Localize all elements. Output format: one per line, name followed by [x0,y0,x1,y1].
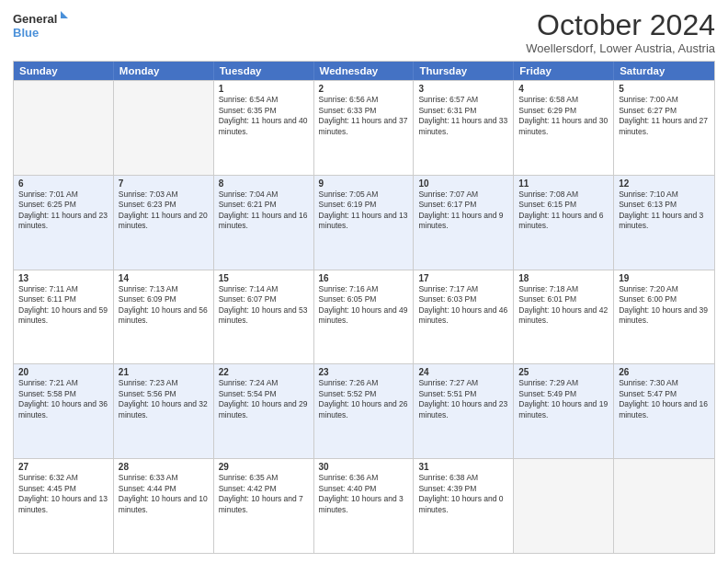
day-number: 18 [518,273,609,283]
day-info: Sunrise: 7:01 AM Sunset: 6:25 PM Dayligh… [18,190,108,232]
calendar-week: 1Sunrise: 6:54 AM Sunset: 6:35 PM Daylig… [14,80,714,175]
calendar-cell: 29Sunrise: 6:35 AM Sunset: 4:42 PM Dayli… [214,459,314,553]
calendar-week: 27Sunrise: 6:32 AM Sunset: 4:45 PM Dayli… [14,458,714,553]
day-info: Sunrise: 7:17 AM Sunset: 6:03 PM Dayligh… [418,284,508,327]
day-info: Sunrise: 6:38 AM Sunset: 4:39 PM Dayligh… [418,473,508,515]
day-number: 29 [219,462,309,472]
svg-marker-2 [61,11,68,18]
day-number: 17 [418,273,508,283]
calendar-cell: 2Sunrise: 6:56 AM Sunset: 6:33 PM Daylig… [314,81,415,175]
day-info: Sunrise: 7:24 AM Sunset: 5:54 PM Dayligh… [219,378,309,420]
calendar-cell: 9Sunrise: 7:05 AM Sunset: 6:19 PM Daylig… [314,176,415,270]
subtitle: Woellersdorf, Lower Austria, Austria [526,41,715,55]
calendar-cell: 30Sunrise: 6:36 AM Sunset: 4:40 PM Dayli… [314,459,415,553]
day-number: 31 [418,462,508,472]
day-number: 9 [319,178,409,189]
calendar-cell: 19Sunrise: 7:20 AM Sunset: 6:00 PM Dayli… [614,270,714,364]
calendar-cell: 4Sunrise: 6:58 AM Sunset: 6:29 PM Daylig… [514,81,614,175]
day-number: 13 [18,273,108,283]
day-number: 14 [119,273,209,283]
day-info: Sunrise: 7:08 AM Sunset: 6:15 PM Dayligh… [518,190,609,232]
day-info: Sunrise: 7:26 AM Sunset: 5:52 PM Dayligh… [319,378,409,420]
day-info: Sunrise: 6:54 AM Sunset: 6:35 PM Dayligh… [219,95,309,137]
calendar-cell: 5Sunrise: 7:00 AM Sunset: 6:27 PM Daylig… [614,81,714,175]
calendar-cell: 31Sunrise: 6:38 AM Sunset: 4:39 PM Dayli… [414,459,514,553]
calendar: SundayMondayTuesdayWednesdayThursdayFrid… [13,61,715,554]
day-info: Sunrise: 6:32 AM Sunset: 4:45 PM Dayligh… [18,473,108,515]
day-number: 3 [418,84,508,94]
logo: General Blue [13,9,68,46]
day-number: 28 [119,462,209,472]
calendar-cell: 13Sunrise: 7:11 AM Sunset: 6:11 PM Dayli… [14,270,114,364]
calendar-cell: 26Sunrise: 7:30 AM Sunset: 5:47 PM Dayli… [614,364,714,458]
main-title: October 2024 [526,9,715,41]
day-number: 25 [518,367,609,377]
day-number: 7 [119,178,209,189]
day-info: Sunrise: 6:58 AM Sunset: 6:29 PM Dayligh… [518,95,609,137]
day-info: Sunrise: 6:56 AM Sunset: 6:33 PM Dayligh… [319,95,409,137]
day-number: 16 [319,273,409,283]
calendar-cell-empty [14,81,114,175]
day-number: 30 [319,462,409,472]
calendar-header-cell: Wednesday [314,62,415,80]
day-info: Sunrise: 7:29 AM Sunset: 5:49 PM Dayligh… [518,378,609,420]
day-info: Sunrise: 7:04 AM Sunset: 6:21 PM Dayligh… [219,190,309,232]
calendar-cell-empty [514,459,614,553]
day-info: Sunrise: 7:30 AM Sunset: 5:47 PM Dayligh… [619,378,710,420]
calendar-header-cell: Sunday [14,62,114,80]
day-number: 1 [219,84,309,94]
calendar-cell: 24Sunrise: 7:27 AM Sunset: 5:51 PM Dayli… [414,364,514,458]
day-info: Sunrise: 7:10 AM Sunset: 6:13 PM Dayligh… [619,190,710,232]
calendar-cell: 14Sunrise: 7:13 AM Sunset: 6:09 PM Dayli… [114,270,214,364]
day-info: Sunrise: 7:16 AM Sunset: 6:05 PM Dayligh… [319,284,409,327]
calendar-cell: 23Sunrise: 7:26 AM Sunset: 5:52 PM Dayli… [314,364,415,458]
calendar-week: 13Sunrise: 7:11 AM Sunset: 6:11 PM Dayli… [14,270,714,364]
calendar-cell: 20Sunrise: 7:21 AM Sunset: 5:58 PM Dayli… [14,364,114,458]
day-number: 8 [219,178,309,189]
day-number: 2 [319,84,409,94]
title-block: October 2024 Woellersdorf, Lower Austria… [526,9,715,55]
day-number: 23 [319,367,409,377]
day-number: 20 [18,367,108,377]
svg-text:General: General [13,12,57,26]
calendar-cell: 8Sunrise: 7:04 AM Sunset: 6:21 PM Daylig… [214,176,314,270]
calendar-body: 1Sunrise: 6:54 AM Sunset: 6:35 PM Daylig… [14,80,714,553]
day-info: Sunrise: 7:13 AM Sunset: 6:09 PM Dayligh… [119,284,209,327]
day-info: Sunrise: 7:20 AM Sunset: 6:00 PM Dayligh… [619,284,710,327]
calendar-cell: 22Sunrise: 7:24 AM Sunset: 5:54 PM Dayli… [214,364,314,458]
day-number: 22 [219,367,309,377]
calendar-cell-empty [614,459,714,553]
calendar-header-cell: Tuesday [214,62,314,80]
calendar-cell: 11Sunrise: 7:08 AM Sunset: 6:15 PM Dayli… [514,176,614,270]
calendar-header-cell: Monday [114,62,214,80]
calendar-cell: 25Sunrise: 7:29 AM Sunset: 5:49 PM Dayli… [514,364,614,458]
day-number: 10 [418,178,508,189]
logo-svg: General Blue [13,9,68,46]
day-info: Sunrise: 6:33 AM Sunset: 4:44 PM Dayligh… [119,473,209,515]
day-info: Sunrise: 6:36 AM Sunset: 4:40 PM Dayligh… [319,473,409,515]
calendar-week: 20Sunrise: 7:21 AM Sunset: 5:58 PM Dayli… [14,363,714,458]
day-info: Sunrise: 7:18 AM Sunset: 6:01 PM Dayligh… [518,284,609,327]
calendar-cell: 15Sunrise: 7:14 AM Sunset: 6:07 PM Dayli… [214,270,314,364]
header: General Blue October 2024 Woellersdorf, … [13,9,715,55]
calendar-cell: 17Sunrise: 7:17 AM Sunset: 6:03 PM Dayli… [414,270,514,364]
svg-text:Blue: Blue [13,26,39,40]
calendar-cell: 21Sunrise: 7:23 AM Sunset: 5:56 PM Dayli… [114,364,214,458]
day-number: 6 [18,178,108,189]
calendar-cell: 6Sunrise: 7:01 AM Sunset: 6:25 PM Daylig… [14,176,114,270]
day-number: 11 [518,178,609,189]
day-info: Sunrise: 6:57 AM Sunset: 6:31 PM Dayligh… [418,95,508,137]
calendar-cell: 18Sunrise: 7:18 AM Sunset: 6:01 PM Dayli… [514,270,614,364]
day-number: 15 [219,273,309,283]
day-info: Sunrise: 7:23 AM Sunset: 5:56 PM Dayligh… [119,378,209,420]
day-number: 12 [619,178,710,189]
day-info: Sunrise: 7:27 AM Sunset: 5:51 PM Dayligh… [418,378,508,420]
day-info: Sunrise: 7:07 AM Sunset: 6:17 PM Dayligh… [418,190,508,232]
day-number: 24 [418,367,508,377]
day-number: 21 [119,367,209,377]
calendar-cell: 1Sunrise: 6:54 AM Sunset: 6:35 PM Daylig… [214,81,314,175]
day-info: Sunrise: 7:21 AM Sunset: 5:58 PM Dayligh… [18,378,108,420]
day-info: Sunrise: 7:14 AM Sunset: 6:07 PM Dayligh… [219,284,309,327]
calendar-cell: 7Sunrise: 7:03 AM Sunset: 6:23 PM Daylig… [114,176,214,270]
calendar-cell: 28Sunrise: 6:33 AM Sunset: 4:44 PM Dayli… [114,459,214,553]
